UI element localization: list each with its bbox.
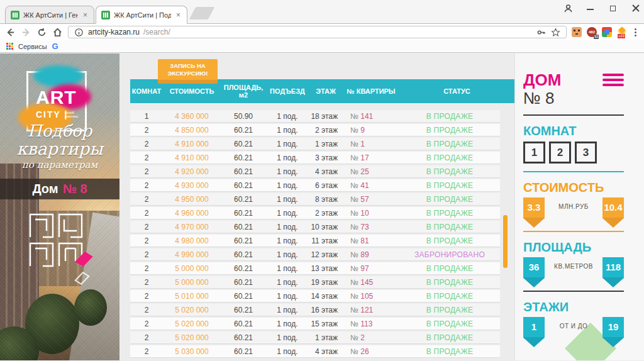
profile-icon[interactable] [564,4,572,13]
minimize-button[interactable] [586,4,595,13]
cell-status: В ПРОДАЖЕ [399,236,500,245]
table-row[interactable]: 25 000 00060.211 под.19 этаж№ 145В ПРОДА… [130,276,500,289]
table-row[interactable]: 24 950 00060.211 под.8 этаж№ 57В ПРОДАЖЕ [130,193,500,206]
cell-status: В ПРОДАЖЕ [399,153,500,162]
restore-button[interactable] [609,4,618,13]
table-scrollbar-thumb[interactable] [503,215,508,268]
reload-icon[interactable] [36,27,47,38]
cell-entrance: 1 под. [266,126,309,135]
cell-rooms: 2 [130,140,163,148]
cell-floor: 16 этаж [309,306,343,314]
table-row[interactable]: 24 850 00060.211 под.2 этаж№ 9В ПРОДАЖЕ [130,124,500,136]
table-row[interactable]: 24 910 00060.211 под.1 этаж№ 1В ПРОДАЖЕ [130,138,500,150]
menu-hamburger-icon[interactable] [602,72,624,86]
cell-price: 4 960 000 [163,209,221,218]
cell-entrance: 1 под. [266,181,309,190]
cell-number: № 10 [343,209,399,218]
table-row[interactable]: 24 930 00060.211 под.6 этаж№ 41В ПРОДАЖЕ [130,179,500,192]
address-bar[interactable]: artcity-kazan.ru/search/ [68,26,567,38]
column-header-rooms[interactable]: КОМНАТ [130,87,163,95]
cell-price: 5 020 000 [163,319,221,328]
cell-rooms: 2 [130,209,163,218]
column-header-area[interactable]: ПЛОЩАДЬ, м2 [221,84,266,99]
password-key-icon[interactable] [536,27,547,38]
price-min-handle[interactable]: 3.3 [523,197,545,228]
cell-number: № 121 [343,306,399,314]
page-info-icon[interactable] [74,27,84,38]
table-row[interactable]: 24 990 00060.211 под.12 этаж№ 89ЗАБРОНИР… [130,248,500,261]
cell-status: В ПРОДАЖЕ [399,292,500,301]
table-row[interactable]: 24 910 00060.211 под.3 этаж№ 17В ПРОДАЖЕ [130,152,500,164]
tab-search[interactable]: ЖК АртСити | Подбор кв × [96,6,187,24]
cell-rooms: 2 [130,223,163,231]
logo-subtitle: жилой комплекс [65,111,86,118]
extension-rds-icon[interactable] [602,27,612,37]
tab-title: ЖК АртСити | Подбор кв [114,11,171,19]
column-header-entrance[interactable]: ПОДЪЕЗД [266,87,309,95]
extension-adblock-icon[interactable]: 48211 [587,27,597,37]
forward-icon[interactable] [21,27,31,38]
area-max-handle[interactable]: 118 [602,257,624,287]
cell-rooms: 2 [130,126,163,135]
bookmark-services[interactable]: Сервисы [18,43,47,50]
column-header-floor[interactable]: ЭТАЖ [309,87,343,95]
extension-sun-icon[interactable]: +23 [617,27,627,37]
divider [523,231,624,232]
excursion-button[interactable]: ЗАПИСЬ НА ЭКСКУРСИЮ! [158,59,218,84]
cell-floor: 19 этаж [309,278,343,287]
rooms-option-2[interactable]: 2 [549,142,571,164]
cell-floor: 15 этаж [309,319,343,328]
table-row[interactable]: 25 020 00060.211 под.15 этаж№ 113В ПРОДА… [130,318,500,330]
table-row[interactable]: 24 960 00060.211 под.2 этаж№ 10В ПРОДАЖЕ [130,207,500,219]
apps-grid-icon[interactable] [6,43,13,50]
column-header-number[interactable]: № КВАРТИРЫ [343,87,399,95]
cell-floor: 8 этаж [309,195,343,204]
close-window-button[interactable] [631,4,640,13]
area-min-handle[interactable]: 36 [523,257,545,287]
table-row[interactable]: 14 360 00050.901 под.18 этаж№ 141В ПРОДА… [130,110,500,123]
bookmark-star-icon[interactable] [550,27,561,38]
table-row[interactable]: 25 020 00060.211 под.1 этаж№ 2В ПРОДАЖЕ [130,331,500,344]
floors-min-handle[interactable]: 1 [523,317,545,347]
cell-area: 60.21 [221,306,266,314]
table-row[interactable]: 24 970 00060.211 под.10 этаж№ 73В ПРОДАЖ… [130,221,500,233]
column-header-price[interactable]: СТОИМОСТЬ [163,87,221,95]
cell-status: В ПРОДАЖЕ [399,347,500,356]
rooms-option-3[interactable]: 3 [575,142,597,164]
google-icon[interactable]: G [52,42,58,51]
tab-close-icon[interactable]: × [175,11,182,19]
cell-area: 60.21 [221,236,266,245]
cell-entrance: 1 под. [266,347,309,356]
table-row[interactable]: 25 010 00060.211 под.14 этаж№ 105В ПРОДА… [130,290,500,303]
table-row[interactable]: 24 980 00060.211 под.11 этаж№ 81В ПРОДАЖ… [130,235,500,247]
table-row[interactable]: 24 920 00060.211 под.4 этаж№ 25В ПРОДАЖЕ [130,165,500,178]
new-tab-button[interactable] [189,7,215,19]
cell-area: 60.21 [221,292,266,301]
tab-genplan[interactable]: ЖК АртСити | Генплан × [5,6,94,24]
cell-price: 4 850 000 [163,126,221,135]
price-max-handle[interactable]: 10.4 [602,197,624,228]
cell-status: В ПРОДАЖЕ [399,319,500,328]
tab-close-icon[interactable]: × [82,11,89,19]
table-row[interactable]: 25 000 00060.211 под.13 этаж№ 97В ПРОДАЖ… [130,262,500,275]
cell-status: В ПРОДАЖЕ [399,306,500,314]
cell-price: 4 910 000 [163,153,221,162]
cell-floor: 14 этаж [309,292,343,301]
cell-status: В ПРОДАЖЕ [399,167,500,176]
cell-rooms: 2 [130,292,163,301]
cell-number: № 1 [343,140,399,148]
cell-floor: 18 этаж [309,112,343,121]
home-icon[interactable] [52,27,63,38]
column-header-status[interactable]: СТАТУС [399,87,514,95]
extension-browsec-icon[interactable] [572,27,582,37]
cell-entrance: 1 под. [266,195,309,204]
table-row[interactable]: 25 020 00060.211 под.16 этаж№ 121В ПРОДА… [130,304,500,316]
cell-status: В ПРОДАЖЕ [399,278,500,287]
rooms-option-1[interactable]: 1 [523,142,545,164]
chrome-menu-icon[interactable] [632,28,639,36]
cell-price: 4 950 000 [163,195,221,204]
table-row[interactable]: 25 030 00060.211 под.4 этаж№ 26В ПРОДАЖЕ [130,345,500,358]
cell-price: 5 000 000 [163,278,221,287]
cell-area: 60.21 [221,347,266,356]
back-icon[interactable] [5,27,16,38]
